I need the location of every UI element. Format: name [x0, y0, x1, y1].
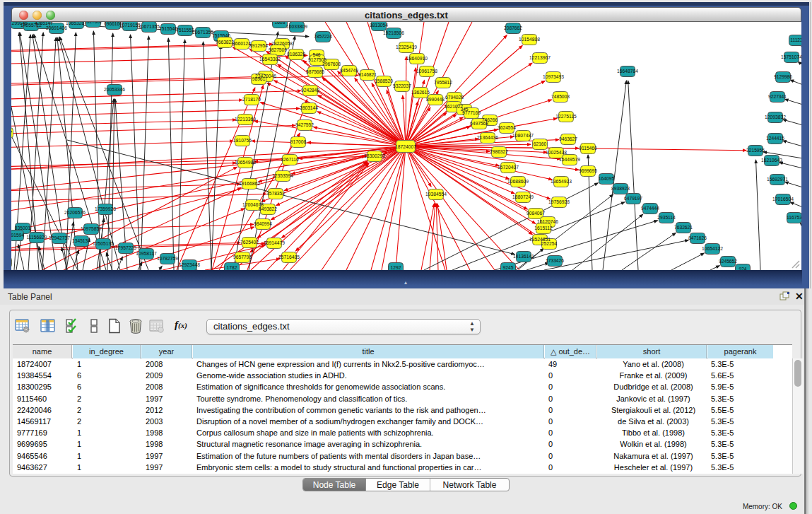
svg-text:5493822: 5493822	[259, 206, 277, 211]
svg-text:19756928: 19756928	[548, 199, 570, 204]
svg-text:1345134: 1345134	[72, 238, 90, 243]
svg-text:10654122: 10654122	[702, 246, 723, 251]
svg-text:6794028: 6794028	[445, 95, 464, 100]
svg-text:8938923: 8938923	[611, 186, 630, 191]
svg-text:18640910: 18640910	[406, 56, 428, 61]
svg-text:26206576: 26206576	[64, 210, 86, 215]
svg-text:835001: 835001	[15, 226, 31, 230]
svg-text:6497568: 6497568	[470, 121, 488, 126]
svg-text:62160: 62160	[534, 141, 547, 146]
svg-text:917006: 917006	[290, 139, 307, 144]
svg-text:10958117: 10958117	[136, 251, 157, 256]
svg-text:2718170: 2718170	[242, 97, 261, 102]
svg-text:3215955: 3215955	[746, 148, 765, 153]
svg-text:12505135: 12505135	[93, 241, 114, 246]
svg-text:10671355: 10671355	[139, 24, 160, 29]
svg-text:10807487: 10807487	[512, 133, 534, 138]
svg-text:2803144: 2803144	[300, 105, 318, 110]
svg-text:12942737: 12942737	[49, 235, 70, 240]
svg-text:7485003: 7485003	[551, 94, 570, 99]
svg-text:11156829: 11156829	[27, 235, 47, 240]
svg-text:17004678: 17004678	[242, 202, 264, 207]
svg-text:10688609: 10688609	[507, 179, 529, 184]
svg-text:1733426: 1733426	[546, 258, 564, 263]
svg-text:23226058: 23226058	[271, 41, 293, 46]
svg-text:10975857: 10975857	[81, 226, 102, 231]
svg-text:546: 546	[312, 52, 320, 57]
svg-text:1588520: 1588520	[375, 78, 393, 83]
svg-text:164095: 164095	[599, 176, 615, 181]
svg-text:3578352: 3578352	[266, 191, 285, 196]
svg-text:3624554: 3624554	[498, 125, 516, 130]
svg-text:9084067: 9084067	[526, 211, 545, 216]
svg-text:15720407: 15720407	[498, 165, 519, 170]
svg-text:8813054: 8813054	[370, 23, 388, 28]
svg-text:12213369: 12213369	[235, 117, 256, 122]
svg-text:924: 924	[739, 267, 746, 270]
svg-text:20053346: 20053346	[104, 87, 125, 92]
svg-text:1244415: 1244415	[766, 136, 784, 141]
svg-text:8471626: 8471626	[688, 235, 707, 240]
svg-text:5875685: 5875685	[306, 69, 324, 74]
svg-text:9129986: 9129986	[774, 74, 792, 79]
svg-text:12275115: 12275115	[555, 114, 577, 119]
svg-text:16914479: 16914479	[264, 240, 285, 245]
svg-text:6479197: 6479197	[624, 196, 642, 201]
svg-text:8912954: 8912954	[249, 43, 268, 48]
svg-text:16543382: 16543382	[259, 57, 281, 62]
svg-text:9245652: 9245652	[719, 259, 737, 264]
svg-text:15751074: 15751074	[781, 54, 801, 59]
svg-text:7515546: 7515546	[159, 26, 177, 31]
svg-text:9657791: 9657791	[233, 255, 252, 259]
svg-text:7986322: 7986322	[490, 149, 508, 154]
svg-text:10719155: 10719155	[119, 23, 141, 28]
svg-text:9463627: 9463627	[559, 136, 577, 141]
svg-text:7857224: 7857224	[314, 34, 332, 39]
svg-text:98961: 98961	[252, 76, 266, 81]
svg-text:15692971: 15692971	[767, 177, 788, 182]
svg-text:7663822: 7663822	[216, 40, 234, 45]
svg-text:7632621: 7632621	[674, 225, 693, 230]
svg-text:12093832: 12093832	[765, 115, 786, 119]
svg-text:116753: 116753	[787, 215, 801, 220]
svg-text:8454749: 8454749	[340, 68, 358, 73]
svg-text:391594: 391594	[11, 233, 24, 238]
svg-text:12325419: 12325419	[396, 45, 417, 49]
svg-text:252254: 252254	[541, 241, 558, 246]
svg-text:10961758: 10961758	[416, 69, 437, 74]
svg-text:19166862: 19166862	[239, 181, 260, 186]
svg-text:2967608: 2967608	[322, 62, 341, 66]
svg-text:1527602: 1527602	[84, 22, 102, 24]
svg-text:1810755: 1810755	[233, 138, 252, 143]
svg-text:10671355: 10671355	[192, 30, 213, 35]
svg-text:7625402: 7625402	[240, 240, 259, 245]
svg-text:2935114: 2935114	[657, 215, 676, 220]
svg-text:9227341: 9227341	[768, 94, 787, 99]
svg-text:9146821: 9146821	[358, 72, 377, 77]
svg-text:18807249: 18807249	[512, 194, 534, 199]
svg-text:11123: 11123	[790, 37, 801, 42]
svg-text:16033809: 16033809	[286, 24, 307, 29]
svg-text:9245: 9245	[503, 265, 514, 270]
svg-text:10782759: 10782759	[157, 256, 178, 261]
svg-text:14136141: 14136141	[513, 254, 534, 259]
svg-text:9777169: 9777169	[462, 110, 481, 115]
svg-text:13654923: 13654923	[551, 179, 572, 184]
svg-text:1782: 1782	[227, 265, 237, 270]
svg-text:19218506: 19218506	[383, 30, 404, 35]
svg-text:12353594: 12353594	[272, 173, 293, 178]
svg-text:1615112: 1615112	[534, 226, 553, 230]
svg-text:9115460: 9115460	[579, 146, 597, 151]
svg-text:7955812: 7955812	[434, 80, 452, 85]
svg-text:1362615: 1362615	[411, 90, 430, 95]
svg-text:15449579: 15449579	[559, 157, 580, 162]
svg-text:20691406: 20691406	[46, 25, 67, 30]
svg-text:1603: 1603	[275, 22, 286, 25]
svg-text:12923448: 12923448	[179, 262, 200, 267]
svg-text:9474444: 9474444	[641, 206, 659, 211]
svg-text:16120746: 16120746	[537, 219, 558, 224]
svg-text:10973493: 10973493	[543, 74, 564, 79]
svg-text:21364436: 21364436	[477, 135, 498, 140]
svg-text:5322037: 5322037	[393, 83, 411, 88]
svg-text:8660124: 8660124	[233, 41, 251, 46]
